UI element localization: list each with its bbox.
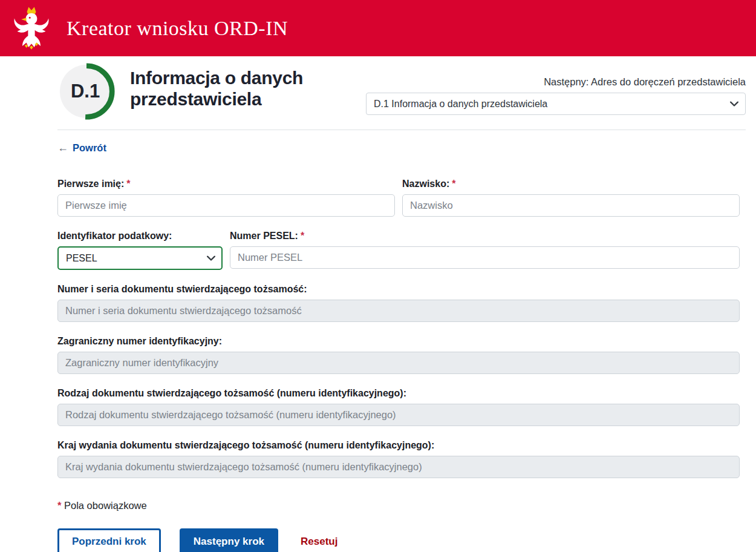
reset-link[interactable]: Resetuj xyxy=(301,536,337,548)
representative-form: Pierwsze imię:* Nazwisko:* Identyfikator… xyxy=(57,179,746,552)
required-asterisk: * xyxy=(126,179,130,189)
back-link[interactable]: ← Powrót xyxy=(57,142,106,154)
app-title: Kreator wniosku ORD-IN xyxy=(67,17,288,40)
step-header: D.1 Informacja o danych przedstawiciela … xyxy=(57,62,746,120)
form-actions: Poprzedni krok Następny krok Resetuj xyxy=(57,528,740,552)
page-title: Informacja o danych przedstawiciela xyxy=(130,62,366,110)
doc-type-input xyxy=(57,404,740,426)
tax-id-type-label: Identyfikator podatkowy: xyxy=(57,231,223,242)
section-navigation: Następny: Adres do doręczeń przedstawici… xyxy=(366,62,746,115)
tax-id-type-select-wrap: PESEL xyxy=(57,246,223,270)
last-name-label-text: Nazwisko: xyxy=(402,179,449,189)
last-name-label: Nazwisko:* xyxy=(402,179,740,189)
required-fields-note: * Pola obowiązkowe xyxy=(57,500,740,511)
first-name-label: Pierwsze imię:* xyxy=(57,179,395,189)
foreign-id-label: Zagraniczny numer identyfikacyjny: xyxy=(57,336,740,347)
foreign-id-input xyxy=(57,352,740,374)
identifier-row: Identyfikator podatkowy: PESEL Numer PES… xyxy=(57,231,740,284)
doc-number-input xyxy=(57,300,740,322)
required-asterisk: * xyxy=(301,231,304,241)
step-progress-badge: D.1 xyxy=(57,62,116,120)
first-name-label-text: Pierwsze imię: xyxy=(57,179,124,189)
main-content: D.1 Informacja o danych przedstawiciela … xyxy=(0,56,756,552)
doc-type-group: Rodzaj dokumentu stwierdzającego tożsamo… xyxy=(57,388,740,426)
required-note-text: Pola obowiązkowe xyxy=(64,500,147,511)
next-step-button[interactable]: Następny krok xyxy=(180,528,278,552)
tax-id-type-select[interactable]: PESEL xyxy=(57,246,223,270)
doc-country-label: Kraj wydania dokumentu stwierdzającego t… xyxy=(57,440,740,451)
header-divider xyxy=(57,130,746,130)
doc-type-label: Rodzaj dokumentu stwierdzającego tożsamo… xyxy=(57,388,740,399)
section-select-wrap: D.1 Informacja o danych przedstawiciela xyxy=(366,93,746,115)
pesel-label: Numer PESEL:* xyxy=(230,231,740,242)
doc-country-group: Kraj wydania dokumentu stwierdzającego t… xyxy=(57,440,740,478)
last-name-input[interactable] xyxy=(402,194,740,217)
first-name-group: Pierwsze imię:* xyxy=(57,179,395,217)
first-name-input[interactable] xyxy=(57,194,395,217)
section-select[interactable]: D.1 Informacja o danych przedstawiciela xyxy=(366,93,746,115)
back-link-label: Powrót xyxy=(73,142,106,154)
polish-eagle-emblem xyxy=(13,5,50,51)
app-header: Kreator wniosku ORD-IN xyxy=(0,0,756,56)
doc-number-label: Numer i seria dokumentu stwierdzającego … xyxy=(57,284,740,295)
pesel-input[interactable] xyxy=(230,246,740,269)
name-row: Pierwsze imię:* Nazwisko:* xyxy=(57,179,740,231)
tax-id-type-group: Identyfikator podatkowy: PESEL xyxy=(57,231,223,270)
required-asterisk: * xyxy=(57,500,61,511)
pesel-label-text: Numer PESEL: xyxy=(230,231,298,241)
step-badge-label: D.1 xyxy=(71,80,100,102)
required-asterisk: * xyxy=(452,179,455,189)
doc-country-input xyxy=(57,456,740,478)
last-name-group: Nazwisko:* xyxy=(402,179,740,217)
foreign-id-group: Zagraniczny numer identyfikacyjny: xyxy=(57,336,740,374)
previous-step-button[interactable]: Poprzedni krok xyxy=(57,528,161,552)
back-arrow-icon: ← xyxy=(57,142,68,154)
doc-number-group: Numer i seria dokumentu stwierdzającego … xyxy=(57,284,740,322)
next-step-hint: Następny: Adres do doręczeń przedstawici… xyxy=(366,76,746,88)
pesel-group: Numer PESEL:* xyxy=(230,231,740,270)
